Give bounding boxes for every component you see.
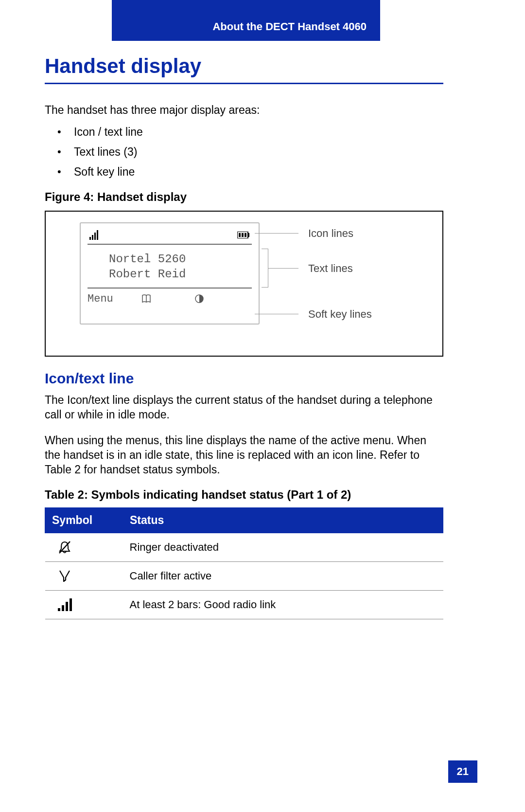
table-row: Ringer deactivated <box>45 533 443 561</box>
lcd-icon-row <box>88 228 252 245</box>
table-row: Caller filter active <box>45 561 443 590</box>
lcd-text-line: Nortel 5260 <box>109 252 252 267</box>
lcd-text-area: Nortel 5260 Robert Reid <box>88 245 252 288</box>
list-item: Icon / text line <box>57 126 443 139</box>
lcd-text-line: Robert Reid <box>109 267 252 282</box>
section-heading: Icon/text line <box>45 370 443 387</box>
figure-caption: Figure 4: Handset display <box>45 190 443 204</box>
book-icon <box>141 294 195 303</box>
list-item: Text lines (3) <box>57 145 443 159</box>
page-title: Handset display <box>45 54 443 84</box>
page-number: 21 <box>448 760 477 783</box>
svg-rect-11 <box>58 608 60 611</box>
svg-rect-5 <box>248 233 249 237</box>
svg-rect-6 <box>239 233 241 237</box>
svg-rect-13 <box>66 602 68 611</box>
svg-rect-1 <box>92 235 93 240</box>
figure-box: Nortel 5260 Robert Reid Menu Icon lines … <box>45 211 443 357</box>
svg-rect-14 <box>70 598 72 611</box>
signal-bars-icon <box>45 590 123 619</box>
svg-rect-12 <box>62 605 64 611</box>
lcd-screen: Nortel 5260 Robert Reid Menu <box>80 222 260 325</box>
leader-line <box>255 314 298 314</box>
status-text: Caller filter active <box>123 561 443 590</box>
bracket <box>262 249 268 288</box>
table-header-row: Symbol Status <box>45 507 443 533</box>
battery-icon <box>237 232 250 238</box>
table-caption: Table 2: Symbols indicating handset stat… <box>45 488 443 502</box>
col-symbol: Symbol <box>45 507 123 533</box>
svg-rect-8 <box>245 233 246 237</box>
svg-rect-0 <box>89 237 91 240</box>
callout-icon-lines: Icon lines <box>308 227 353 240</box>
softkey-menu-label: Menu <box>88 293 141 305</box>
areas-list: Icon / text line Text lines (3) Soft key… <box>57 126 443 179</box>
leader-line <box>268 268 298 269</box>
leader-line <box>255 233 298 234</box>
status-text: At least 2 bars: Good radio link <box>123 590 443 619</box>
svg-rect-7 <box>242 233 244 237</box>
status-text: Ringer deactivated <box>123 533 443 561</box>
filter-icon <box>45 561 123 590</box>
list-item: Soft key line <box>57 165 443 179</box>
body-paragraph: When using the menus, this line displays… <box>45 433 443 477</box>
col-status: Status <box>123 507 443 533</box>
callout-soft-lines: Soft key lines <box>308 308 372 321</box>
svg-rect-3 <box>97 230 98 240</box>
table-row: At least 2 bars: Good radio link <box>45 590 443 619</box>
status-table: Symbol Status Ringer deactivated Caller … <box>45 507 443 619</box>
bell-slash-icon <box>45 533 123 561</box>
contrast-icon <box>195 294 252 303</box>
intro-text: The handset has three major display area… <box>45 104 443 117</box>
body-paragraph: The Icon/text line displays the current … <box>45 393 443 422</box>
lcd-softkey-row: Menu <box>88 288 252 306</box>
chapter-header: About the DECT Handset 4060 <box>112 0 380 41</box>
chapter-title: About the DECT Handset 4060 <box>212 20 367 33</box>
signal-icon <box>89 230 100 240</box>
svg-rect-2 <box>94 233 96 240</box>
callout-text-lines: Text lines <box>308 262 353 275</box>
